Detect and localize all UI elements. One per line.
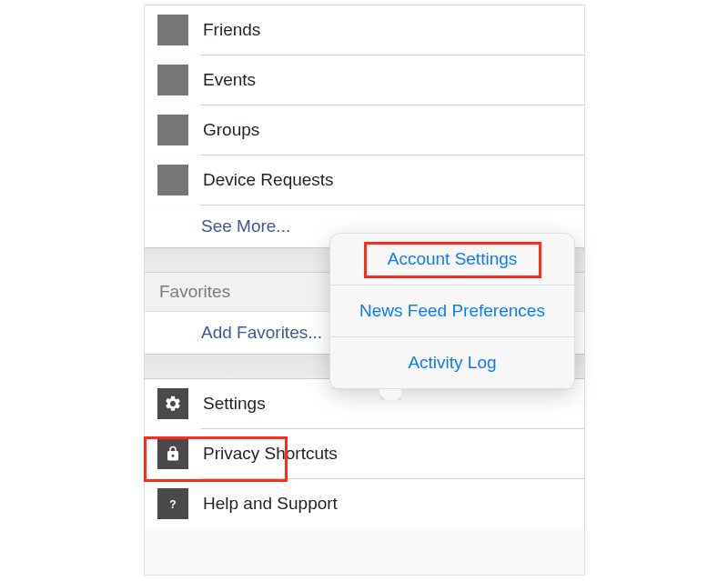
- lock-icon: [157, 438, 188, 469]
- menu-label: Help and Support: [203, 494, 338, 514]
- menu-label: Settings: [203, 394, 266, 414]
- menu-label: Privacy Shortcuts: [203, 444, 338, 464]
- popover-account-settings[interactable]: Account Settings: [330, 234, 574, 285]
- groups-icon: [157, 115, 188, 145]
- menu-label: Groups: [203, 120, 259, 140]
- menu-item-groups[interactable]: Groups: [145, 105, 584, 155]
- help-icon: ?: [157, 488, 188, 519]
- menu-item-help[interactable]: ? Help and Support: [145, 479, 584, 528]
- events-icon: [157, 65, 188, 95]
- friends-icon: [157, 15, 188, 45]
- gear-icon: [157, 388, 188, 419]
- menu-item-device-requests[interactable]: Device Requests: [145, 155, 584, 205]
- menu-label: Friends: [203, 20, 260, 40]
- menu-label: Device Requests: [203, 170, 334, 190]
- menu-item-events[interactable]: Events: [145, 55, 584, 105]
- popover-activity-log[interactable]: Activity Log: [330, 337, 574, 389]
- svg-text:?: ?: [169, 498, 176, 511]
- menu-item-friends[interactable]: Friends: [145, 5, 584, 55]
- menu-label: Events: [203, 70, 256, 90]
- popover-news-feed[interactable]: News Feed Preferences: [330, 285, 574, 337]
- settings-popover: Account Settings News Feed Preferences A…: [329, 233, 575, 390]
- device-requests-icon: [157, 165, 188, 195]
- menu-item-privacy[interactable]: Privacy Shortcuts: [145, 429, 584, 478]
- popover-tail: [379, 389, 401, 400]
